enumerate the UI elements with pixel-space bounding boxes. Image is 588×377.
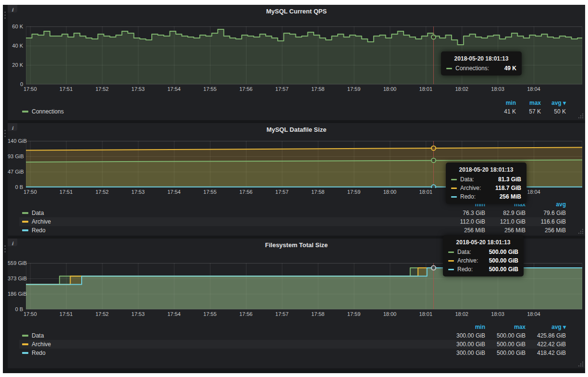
x-tick-label: 17:59 — [343, 86, 366, 92]
info-icon: i — [12, 241, 13, 246]
panel-info-corner[interactable]: i — [8, 123, 17, 131]
x-tick-label: 17:56 — [234, 86, 257, 92]
panel-info-corner[interactable]: i — [8, 239, 17, 246]
series-color-dash-icon — [448, 269, 454, 270]
x-tick-label: 17:55 — [198, 86, 221, 92]
y-tick-label: 47 GiB — [8, 169, 23, 175]
tooltip-series-label: Data: — [460, 176, 474, 183]
y-tick-label: 60 K — [8, 24, 23, 29]
legend-max-value: 500.00 GiB — [485, 341, 526, 348]
info-icon: i — [12, 7, 13, 13]
panel-drag-handle[interactable] — [3, 123, 8, 236]
grafana-dashboard: i MySQL Current QPS 020 K40 K60 K 17:501… — [3, 5, 585, 373]
info-icon: i — [12, 126, 13, 131]
x-tick-label: 18:00 — [378, 86, 401, 92]
legend-min-value: 300.00 GiB — [445, 332, 485, 339]
legend-series-name[interactable]: Redo — [32, 350, 46, 356]
tooltip-series-row: Data:500.00 GiB — [448, 249, 518, 255]
tooltip-series-value: 49 K — [504, 65, 516, 72]
legend-header-row: minmaxavg ▾ — [19, 323, 566, 331]
legend-series-row: Archive112.0 GiB121.0 GiB116.6 GiB — [19, 217, 566, 226]
legend-series-name[interactable]: Archive — [32, 218, 51, 225]
x-tick-label: 17:59 — [343, 189, 366, 195]
x-tick-label: 17:52 — [90, 311, 113, 317]
y-tick-label: 373 GiB — [8, 276, 23, 281]
y-tick-label: 186 GiB — [8, 291, 23, 297]
legend-header-avg[interactable]: avg — [526, 201, 566, 208]
legend-header-row: minmaxavg ▾ — [19, 99, 566, 107]
x-tick-label: 17:57 — [270, 86, 294, 92]
legend-header-max[interactable]: max — [516, 100, 541, 106]
x-tick-label: 18:00 — [378, 189, 401, 195]
x-tick-label: 18:01 — [414, 189, 437, 195]
x-tick-label: 17:51 — [55, 86, 78, 92]
legend-series-name[interactable]: Archive — [32, 341, 51, 348]
x-tick-label: 18:01 — [414, 86, 437, 92]
x-tick-label: 18:03 — [486, 311, 509, 317]
series-color-dash-icon — [22, 229, 28, 231]
x-tick-label: 18:04 — [522, 311, 545, 317]
panel-drag-handle[interactable] — [3, 5, 8, 120]
x-tick-label: 17:57 — [270, 311, 294, 317]
legend-series-name[interactable]: Redo — [32, 227, 46, 234]
x-tick-label: 17:58 — [306, 311, 330, 317]
x-tick-label: 17:55 — [198, 311, 221, 317]
legend-max-value: 121.0 GiB — [485, 218, 526, 225]
legend-series-row: Redo256 MiB256 MiB256 MiB — [19, 226, 566, 235]
legend-header-avg[interactable]: avg ▾ — [541, 100, 566, 106]
x-tick-label: 17:54 — [162, 189, 185, 195]
panel-resize-handle[interactable] — [578, 362, 579, 363]
x-tick-label: 18:04 — [522, 86, 545, 92]
series-color-dash-icon — [22, 111, 28, 113]
legend-header-min[interactable]: min — [445, 324, 485, 330]
y-tick-label: 140 GiB — [8, 138, 23, 144]
x-tick-label: 17:50 — [19, 311, 42, 317]
panel-resize-handle[interactable] — [578, 229, 579, 230]
x-tick-label: 17:58 — [306, 86, 330, 92]
panel-title[interactable]: MySQL Current QPS — [8, 5, 585, 17]
legend-series-row: Redo300.00 GiB500.00 GiB418.42 GiB — [19, 349, 566, 357]
legend-avg-value: 50 K — [541, 108, 566, 115]
x-tick-label: 17:57 — [270, 189, 294, 195]
legend-series-name[interactable]: Data — [32, 332, 44, 339]
x-tick-label: 17:53 — [126, 311, 149, 317]
panel-title[interactable]: MySQL Datafile Size — [8, 123, 585, 136]
legend-series-name[interactable]: Data — [32, 210, 44, 216]
series-color-dash-icon — [446, 68, 452, 69]
x-tick-label: 17:54 — [162, 86, 185, 92]
drag-dots-icon — [4, 12, 6, 13]
x-tick-label: 18:03 — [486, 86, 509, 92]
legend: minmaxavg ▾Connections41 K57 K50 K — [19, 99, 566, 116]
panel-drag-handle[interactable] — [3, 239, 8, 368]
x-tick-label: 17:52 — [90, 86, 113, 92]
x-tick-label: 17:58 — [306, 189, 330, 195]
tooltip-timestamp: 2018-05-20 18:01:13 — [446, 55, 516, 62]
x-tick-label: 18:02 — [450, 86, 473, 92]
tooltip-series-label: Archive: — [457, 257, 478, 264]
legend-header-max[interactable]: max — [485, 324, 526, 330]
panel-resize-handle[interactable] — [578, 113, 579, 114]
series-color-dash-icon — [22, 212, 28, 214]
tooltip-series-value: 500.00 GiB — [489, 257, 518, 264]
x-tick-label: 17:55 — [198, 189, 221, 195]
y-tick-label: 40 K — [8, 43, 23, 49]
legend-series-name[interactable]: Connections — [32, 108, 64, 115]
legend-header-avg[interactable]: avg ▾ — [526, 324, 566, 330]
tooltip-series-row: Connections:49 K — [446, 65, 516, 72]
legend-min-value: 300.00 GiB — [445, 350, 485, 356]
y-tick-label: 559 GiB — [8, 260, 23, 266]
graph-tooltip-qps: 2018-05-20 18:01:13 Connections:49 K — [441, 51, 522, 75]
x-tick-label: 17:52 — [90, 189, 113, 195]
x-tick-label: 18:01 — [414, 311, 437, 317]
tooltip-series-value: 500.00 GiB — [489, 266, 518, 273]
legend-series-row: Archive300.00 GiB500.00 GiB422.42 GiB — [19, 340, 566, 349]
x-tick-label: 18:02 — [450, 311, 473, 317]
series-color-dash-icon — [22, 343, 28, 345]
x-tick-label: 18:00 — [378, 311, 401, 317]
legend-header-min[interactable]: min — [491, 100, 516, 106]
legend-series-row: Data76.3 GiB82.9 GiB79.6 GiB — [19, 209, 566, 217]
tooltip-series-row: Archive:500.00 GiB — [448, 257, 518, 264]
legend-avg-value: 256 MiB — [526, 227, 566, 234]
panel-info-corner[interactable]: i — [8, 5, 17, 13]
x-tick-label: 17:50 — [19, 189, 42, 195]
